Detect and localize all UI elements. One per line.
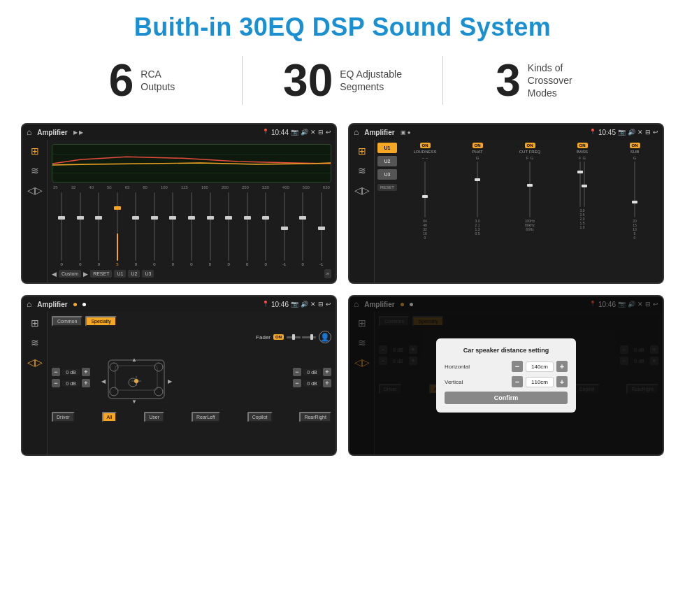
slider-7[interactable]: 0 (164, 192, 182, 266)
reset-btn[interactable]: RESET (90, 270, 112, 278)
preset-u1[interactable]: U1 (377, 143, 397, 153)
slider-2[interactable]: 0 (72, 192, 89, 266)
vertical-control: − 110cm + (512, 376, 568, 387)
rr-plus[interactable]: + (323, 379, 331, 387)
rl-plus[interactable]: + (82, 379, 90, 387)
eq-main: 2532405063 80100125160200 25032040050063… (48, 140, 336, 282)
fader-main: Common Specialty Fader ON 👤 (48, 312, 336, 454)
eq-icon[interactable]: ⊞ (31, 145, 39, 157)
prev-btn[interactable]: ◀ (52, 271, 57, 278)
stat-eq-label: EQ AdjustableSegments (340, 68, 402, 93)
loudness-on[interactable]: ON (420, 143, 431, 148)
fader-on-badge[interactable]: ON (273, 334, 284, 340)
minimize-icon-3[interactable]: ⊟ (318, 301, 324, 308)
minimize-icon-2[interactable]: ⊟ (645, 129, 651, 136)
home-icon-2[interactable]: ⌂ (354, 127, 359, 137)
driver-btn[interactable]: Driver (52, 412, 75, 422)
back-icon-2[interactable]: ↩ (653, 129, 658, 136)
profile-icon[interactable]: 👤 (319, 331, 331, 343)
speaker-icon-2[interactable]: ◁▷ (354, 185, 370, 196)
preset-u3[interactable]: U3 (377, 169, 397, 180)
rl-value: 0 dB (62, 380, 80, 387)
horizontal-value: 140cm (526, 361, 554, 372)
back-icon[interactable]: ↩ (326, 129, 331, 136)
slider-1[interactable]: 0 (53, 192, 71, 266)
close-icon-2[interactable]: ✕ (637, 129, 643, 136)
u1-btn[interactable]: U1 (114, 270, 126, 278)
phat-label: PHAT (472, 150, 483, 154)
sub-on[interactable]: ON (630, 143, 640, 148)
specialty-tab[interactable]: Specialty (85, 316, 116, 327)
slider-9[interactable]: 0 (201, 192, 219, 266)
wave-icon-2[interactable]: ≋ (358, 165, 366, 176)
eq-icon-2[interactable]: ⊞ (358, 145, 366, 157)
preset-u2[interactable]: U2 (377, 156, 397, 166)
camera-icon-3: 📷 (291, 301, 298, 308)
confirm-button[interactable]: Confirm (445, 392, 568, 404)
slider-5[interactable]: 0 (127, 192, 145, 266)
bass-slider-g[interactable] (584, 162, 585, 207)
bass-slider-f[interactable] (579, 162, 581, 207)
sub-slider[interactable] (634, 162, 635, 217)
stat-crossover-number: 3 (496, 58, 521, 103)
slider-3[interactable]: 0 (90, 192, 108, 266)
slider-4[interactable]: 5 (109, 192, 127, 266)
home-icon[interactable]: ⌂ (27, 127, 31, 137)
close-icon[interactable]: ✕ (310, 129, 316, 136)
u3-btn[interactable]: U3 (142, 270, 154, 278)
horizontal-plus[interactable]: + (556, 361, 568, 372)
phat-on[interactable]: ON (473, 143, 483, 148)
fader-content: ⊞ ≋ ◁▷ Common Specialty Fader ON (22, 312, 336, 454)
cutfreq-slider[interactable] (529, 162, 531, 217)
location-icon-2: 📍 (589, 129, 596, 136)
cutfreq-on[interactable]: ON (525, 143, 535, 148)
vertical-plus[interactable]: + (556, 376, 568, 387)
all-btn[interactable]: All (102, 412, 117, 422)
sub-channel: ON SUB G 20 15 10 5 0 (610, 143, 660, 280)
common-tab[interactable]: Common (52, 316, 82, 327)
slider-14[interactable]: 0 (294, 192, 312, 266)
u2-btn[interactable]: U2 (128, 270, 140, 278)
rr-minus[interactable]: − (293, 379, 301, 387)
horizontal-minus[interactable]: − (512, 361, 523, 372)
phat-channel: ON PHAT G 3.0 2.1 1.3 0.5 (452, 143, 503, 280)
rearleft-btn[interactable]: RearLeft (192, 412, 220, 422)
fr-plus[interactable]: + (323, 368, 331, 376)
slider-8[interactable]: 0 (183, 192, 201, 266)
vertical-minus[interactable]: − (512, 376, 523, 387)
eq-icon-3[interactable]: ⊞ (31, 317, 39, 329)
slider-11[interactable]: 0 (238, 192, 256, 266)
vertical-value: 110cm (526, 377, 554, 387)
play-icons: ▶ ▶ (73, 129, 83, 136)
fl-minus[interactable]: − (52, 368, 60, 376)
wave-icon-3[interactable]: ≋ (31, 337, 39, 348)
home-icon-3[interactable]: ⌂ (27, 299, 31, 309)
back-icon-3[interactable]: ↩ (326, 301, 331, 308)
loudness-slider[interactable] (424, 162, 426, 217)
slider-15[interactable]: -1 (312, 192, 330, 266)
fader-topbar: ⌂ Amplifier 📍 10:46 📷 🔊 ✕ ⊟ ↩ (22, 296, 336, 312)
bass-on[interactable]: ON (577, 143, 588, 148)
next-btn[interactable]: ▶ (83, 271, 88, 278)
speaker-icon[interactable]: ◁▷ (27, 185, 43, 196)
crossover-reset[interactable]: RESET (377, 184, 397, 191)
fl-plus[interactable]: + (82, 368, 90, 376)
slider-10[interactable]: 0 (220, 192, 238, 266)
rl-minus[interactable]: − (52, 379, 60, 387)
minimize-icon[interactable]: ⊟ (318, 129, 324, 136)
slider-13[interactable]: -1 (275, 192, 293, 266)
close-icon-3[interactable]: ✕ (310, 301, 316, 308)
user-btn[interactable]: User (144, 412, 164, 422)
stat-eq-number: 30 (283, 58, 333, 103)
slider-6[interactable]: 0 (146, 192, 164, 266)
rearright-btn[interactable]: RearRight (299, 412, 331, 422)
crossover-content: ⊞ ≋ ◁▷ U1 U2 U3 RESET ON LOUDNESS (349, 140, 663, 282)
speaker-icon-3[interactable]: ◁▷ (27, 357, 43, 368)
wave-icon[interactable]: ≋ (31, 165, 39, 176)
phat-slider[interactable] (477, 162, 478, 217)
fr-minus[interactable]: − (293, 368, 301, 376)
custom-mode[interactable]: Custom (59, 270, 81, 278)
copilot-btn[interactable]: Copilot (247, 412, 273, 422)
slider-12[interactable]: 0 (257, 192, 275, 266)
expand-icon[interactable]: » (324, 269, 331, 278)
